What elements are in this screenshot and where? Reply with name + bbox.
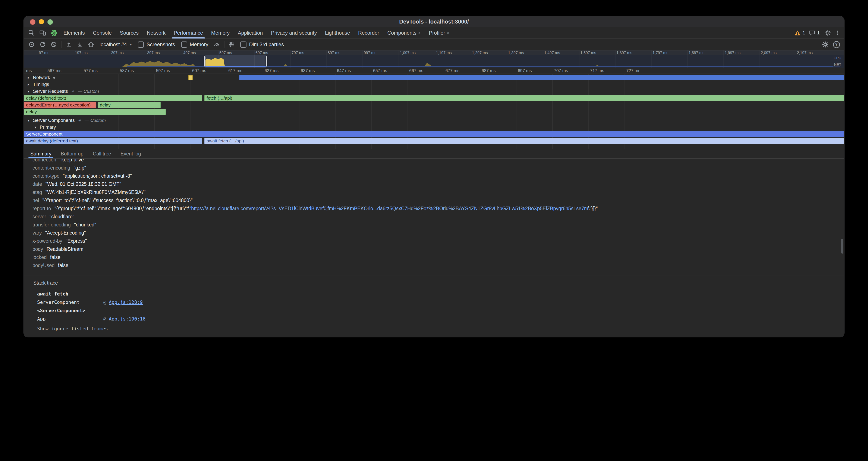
tab-label: Memory (211, 30, 230, 36)
save-profile-button[interactable] (74, 40, 86, 49)
zoom-window-button[interactable] (48, 19, 53, 25)
cpu-lane-label: CPU (833, 56, 842, 60)
clear-block-icon (51, 41, 57, 48)
gear-icon (822, 41, 829, 48)
tab-privacy-and-security[interactable]: Privacy and security (267, 27, 321, 38)
screenshots-checkbox-box[interactable] (138, 41, 144, 48)
warning-count: 1 (803, 30, 805, 36)
source-link[interactable]: App.js:128:9 (109, 298, 143, 307)
tab-recorder[interactable]: Recorder (354, 27, 383, 38)
stack-frame: ServerComponent@App.js:128:9 (32, 298, 844, 307)
minimize-window-button[interactable] (39, 19, 44, 24)
screenshots-checkbox[interactable]: Screenshots (135, 41, 178, 48)
tab-network[interactable]: Network (143, 27, 169, 38)
show-ignore-listed-frames-link[interactable]: Show ignore-listed frames (37, 326, 108, 332)
more-options-button[interactable] (833, 28, 842, 38)
track-primary-group[interactable]: ▾ Primary (24, 124, 844, 130)
detail-time-ruler: ms567 ms577 ms587 ms597 ms607 ms617 ms62… (24, 67, 844, 74)
flame-bar[interactable]: await fetch (…/api) (205, 138, 844, 144)
response-properties-list: connection"keep-alive"content-encoding"g… (32, 159, 844, 269)
overview-time-label: 197 ms (75, 51, 88, 55)
collapse-triangle-icon[interactable]: ▸ (27, 82, 31, 87)
devtools-settings-button[interactable] (822, 28, 833, 38)
stack-frame: App@App.js:190:16 (32, 315, 844, 323)
source-link[interactable]: App.js:190:16 (109, 315, 146, 323)
track-timings[interactable]: ▸ Timings (24, 82, 844, 87)
window-titlebar[interactable]: DevTools - localhost:3000/ (24, 16, 844, 27)
expand-triangle-icon[interactable]: ▾ (27, 89, 31, 94)
flame-bar[interactable] (239, 75, 844, 80)
react-devtools-extension-icon[interactable] (48, 28, 59, 38)
load-profile-button[interactable] (63, 40, 74, 49)
detail-row: x-powered-by"Express" (32, 237, 844, 245)
tab-bottom-up[interactable]: Bottom-up (56, 149, 88, 158)
ruler-time-label: ms (26, 68, 32, 73)
overview-minimap[interactable] (24, 55, 844, 67)
flame-bar[interactable]: delay (24, 109, 166, 115)
flame-bar[interactable]: delayedError (…ayed exception) (24, 102, 96, 108)
toggle-device-toolbar-button[interactable] (37, 28, 48, 38)
dim-3rd-parties-checkbox-box[interactable] (240, 41, 246, 48)
selection-handle-left[interactable] (204, 56, 206, 66)
detail-value: "Wed, 01 Oct 2025 18:32:01 GMT" (45, 181, 121, 187)
tab-label: Profiler (429, 30, 445, 36)
tab-sources[interactable]: Sources (116, 27, 143, 38)
tab-lighthouse[interactable]: Lighthouse (321, 27, 354, 38)
clear-recording-button[interactable] (48, 40, 59, 49)
report-url-link[interactable]: https://a.nel.cloudflare.com/report/v4?s… (191, 206, 588, 211)
track-label: Server Components (33, 118, 75, 123)
flame-bar[interactable]: fetch (…/api) (205, 95, 844, 101)
tab-console[interactable]: Console (89, 27, 116, 38)
close-window-button[interactable] (30, 19, 35, 25)
overview-time-label: 1,797 ms (652, 51, 668, 55)
flame-bar[interactable]: delay (98, 102, 161, 108)
panel-settings-button[interactable] (820, 40, 831, 49)
tab-performance[interactable]: Performance (169, 27, 207, 38)
flame-bar[interactable]: ServerComponent (24, 131, 844, 137)
track-server-requests[interactable]: ▾ Server Requests ✳ — Custom (24, 88, 844, 94)
record-button[interactable] (26, 40, 37, 49)
track-network[interactable]: ▸ Network (24, 75, 844, 81)
toolbar-separator (224, 41, 224, 48)
inspect-element-button[interactable] (26, 28, 37, 38)
tab-profiler[interactable]: Profiler✳ (425, 27, 454, 38)
tab-label: Components (388, 30, 416, 36)
flame-bar[interactable]: delay (deferred text) (24, 95, 202, 101)
selection-handle-right[interactable] (266, 56, 267, 66)
dim-3rd-parties-checkbox[interactable]: Dim 3rd parties (237, 41, 287, 48)
flame-bar[interactable] (188, 75, 193, 80)
detail-row: bodyReadableStream (32, 245, 844, 253)
expand-triangle-icon[interactable]: ▾ (27, 118, 31, 123)
upload-arrow-icon (65, 41, 72, 48)
flame-bar[interactable]: await delay (deferred text) (24, 138, 202, 144)
overview-time-label: 497 ms (183, 51, 196, 55)
tab-application[interactable]: Application (234, 27, 267, 38)
detail-row: transfer-encoding"chunked" (32, 221, 844, 229)
tab-call-tree[interactable]: Call tree (88, 149, 116, 158)
detail-key: nel (32, 198, 39, 203)
history-dropdown[interactable]: localhost #4 ▾ (97, 40, 135, 49)
tab-event-log[interactable]: Event log (116, 149, 146, 158)
help-button[interactable]: ? (831, 40, 842, 49)
console-messages-button[interactable] (808, 28, 816, 38)
live-metrics-home-button[interactable] (86, 40, 97, 49)
track-server-components[interactable]: ▾ Server Components ✳ — Custom (24, 117, 844, 123)
expand-triangle-icon[interactable]: ▾ (33, 125, 38, 129)
record-icon (28, 41, 35, 48)
tab-summary[interactable]: Summary (26, 149, 56, 158)
tab-components[interactable]: Components✳ (383, 27, 425, 38)
details-scrollbar-thumb[interactable] (841, 239, 843, 254)
detail-row: report-to"{\"group\":\"cf-nel\",\"max_ag… (32, 204, 844, 212)
memory-checkbox-box[interactable] (181, 41, 187, 48)
record-and-reload-button[interactable] (37, 40, 48, 49)
throttling-gauge-button[interactable] (211, 40, 222, 49)
overview-time-label: 1,897 ms (689, 51, 704, 55)
memory-checkbox[interactable]: Memory (178, 41, 212, 48)
capture-settings-button[interactable] (226, 40, 237, 49)
memory-label: Memory (190, 41, 209, 48)
tab-memory[interactable]: Memory (207, 27, 234, 38)
tab-elements[interactable]: Elements (59, 27, 89, 38)
detail-key: server (32, 214, 46, 220)
detail-key: connection (32, 159, 56, 163)
issues-warning-button[interactable] (793, 28, 802, 38)
